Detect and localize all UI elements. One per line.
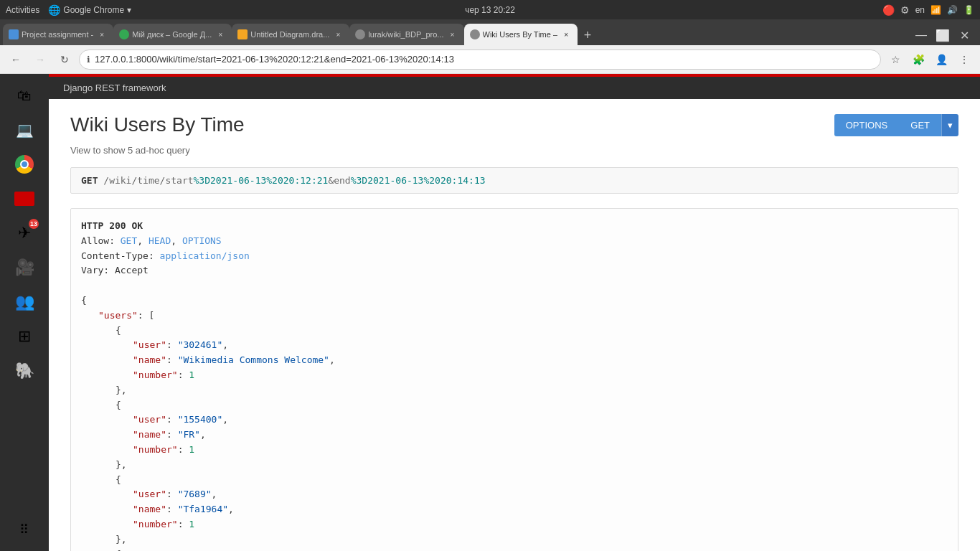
json-user3-close: }, [81,532,948,547]
system-bar: Activities 🌐 Google Chrome ▾ чер 13 20:2… [0,0,980,19]
extensions-button[interactable]: 🧩 [908,50,928,70]
allow-head: HEAD [149,235,171,246]
battery-icon: 🔋 [963,5,974,15]
screenshot-icon: ⊞ [18,327,31,346]
sidebar-icon-pycharm[interactable]: 💻 [9,114,40,146]
sidebar-icon-telegram[interactable]: ✈ 13 [9,217,40,249]
tab-untitled-diagram[interactable]: Untitled Diagram.dra... × [232,24,349,45]
response-allow: Allow: GET, HEAD, OPTIONS [81,234,948,249]
json-user2-number: "number": 1 [81,443,948,458]
database-icon: 🐘 [15,362,34,380]
request-box: GET /wiki/time/start%3D2021-06-13%2020:1… [70,167,958,194]
tab5-close-button[interactable]: × [560,29,572,40]
pycharm-icon: 💻 [16,121,34,138]
response-status: HTTP 200 OK [81,219,948,234]
maximize-button[interactable]: ⬜ [933,25,953,45]
json-user1-close: }, [81,383,948,398]
lang-label[interactable]: en [915,5,925,15]
teams-icon: 👥 [15,293,34,311]
http-status-text: HTTP 200 OK [81,220,143,231]
tab5-favicon [470,29,480,39]
sidebar-icon-screenshot[interactable]: ⊞ [9,321,40,352]
profile-button[interactable]: 👤 [931,50,951,70]
json-user1-user: "user": "302461", [81,338,948,353]
tab2-close-button[interactable]: × [215,29,226,40]
back-button[interactable]: ← [6,50,26,70]
json-user2-close: }, [81,458,948,473]
tab3-title: Untitled Diagram.dra... [250,30,329,39]
terminal-icon [14,192,34,206]
request-method: GET [81,175,98,186]
tab1-title: Project assignment - [22,30,93,39]
json-user3-user: "user": "7689", [81,487,948,502]
sidebar-icon-terminal[interactable] [9,183,40,215]
url-bar[interactable]: ℹ 127.0.0.1:8000/wiki/time/start=2021-06… [79,50,881,70]
settings-icon[interactable]: ⚙ [900,4,910,16]
minimize-button[interactable]: — [911,25,931,45]
json-user3-name: "name": "Tfa1964", [81,502,948,517]
content-type-val: application/json [160,250,250,261]
json-user3-open: { [81,473,948,488]
page-title: Wiki Users By Time [70,113,245,136]
options-button[interactable]: OPTIONS [834,114,900,136]
tab3-close-button[interactable]: × [332,29,344,40]
json-user2-user: "user": "155400", [81,413,948,428]
sidebar-icon-zoom[interactable]: 🎥 [9,252,40,283]
tab-google-drive[interactable]: Мій диск – Google Д... × [113,24,232,45]
json-user1-name: "name": "Wikimedia Commons Welcome", [81,353,948,368]
tab-wiki-users[interactable]: Wiki Users By Time – × [464,24,578,45]
tab3-favicon [237,29,248,39]
datetime-label: чер 13 20:22 [465,5,515,15]
sidebar-icon-chrome[interactable] [9,149,40,180]
tab2-favicon [119,29,129,39]
menu-button[interactable]: ⋮ [954,50,974,70]
zoom-icon: 🎥 [15,258,34,277]
wifi-icon: 📶 [930,5,941,15]
json-users-key-row: "users": [ [81,309,948,324]
sidebar-icon-software-center[interactable]: 🛍 [9,80,40,111]
tab-bar: Project assignment - × Мій диск – Google… [0,19,980,45]
new-tab-button[interactable]: + [578,25,598,45]
tab1-close-button[interactable]: × [96,29,108,40]
tab4-favicon [355,29,365,39]
reload-button[interactable]: ↻ [55,50,75,70]
forward-button[interactable]: → [30,50,50,70]
close-window-button[interactable]: ✕ [954,25,974,45]
get-button[interactable]: GET [899,114,941,136]
sidebar-icon-database[interactable]: 🐘 [9,355,40,387]
page-title-row: Wiki Users By Time OPTIONS GET ▾ [70,113,958,136]
sidebar-icon-apps[interactable]: ⠿ [9,514,40,545]
drf-body: Wiki Users By Time OPTIONS GET ▾ View to… [49,99,980,551]
tab1-favicon [9,29,19,39]
apps-icon: ⠿ [19,522,29,537]
url-text: 127.0.0.1:8000/wiki/time/start=2021-06-1… [95,54,454,65]
tab4-close-button[interactable]: × [447,29,458,40]
response-vary: Vary: Accept [81,263,948,278]
response-content-type: Content-Type: application/json [81,249,948,264]
app-name-label: Google Chrome [63,5,124,15]
tab-lurak-wiki[interactable]: lurak/wiki_BDP_pro... × [349,24,463,45]
action-buttons: OPTIONS GET ▾ [834,114,958,136]
chevron-icon: ▾ [127,5,131,15]
browser-indicator: 🌐 Google Chrome ▾ [48,4,131,16]
request-url-param1: %3D2021-06-13%2020:12:21 [194,175,329,186]
framework-name: Django REST framework [63,83,166,93]
tab2-title: Мій диск – Google Д... [132,30,212,39]
tab5-title: Wiki Users By Time – [483,30,558,39]
allow-options: OPTIONS [182,235,222,246]
json-root-open: { [81,293,948,309]
json-users-key: "users" [98,310,138,321]
request-url-param2: %3D2021-06-13%2020:14:13 [351,175,486,186]
bookmark-button[interactable]: ☆ [885,50,905,70]
request-url-amp: &end [328,175,350,186]
json-user1-open: { [81,324,948,339]
vary-label: Vary: [81,265,115,276]
get-dropdown-button[interactable]: ▾ [941,114,958,136]
json-user2-open: { [81,398,948,413]
json-user3-number: "number": 1 [81,517,948,532]
notification-icon[interactable]: 🔴 [882,4,895,16]
software-center-icon: 🛍 [17,88,32,104]
activities-label[interactable]: Activities [6,5,39,15]
tab-project-assignment[interactable]: Project assignment - × [3,24,113,45]
sidebar-icon-teams[interactable]: 👥 [9,286,40,318]
